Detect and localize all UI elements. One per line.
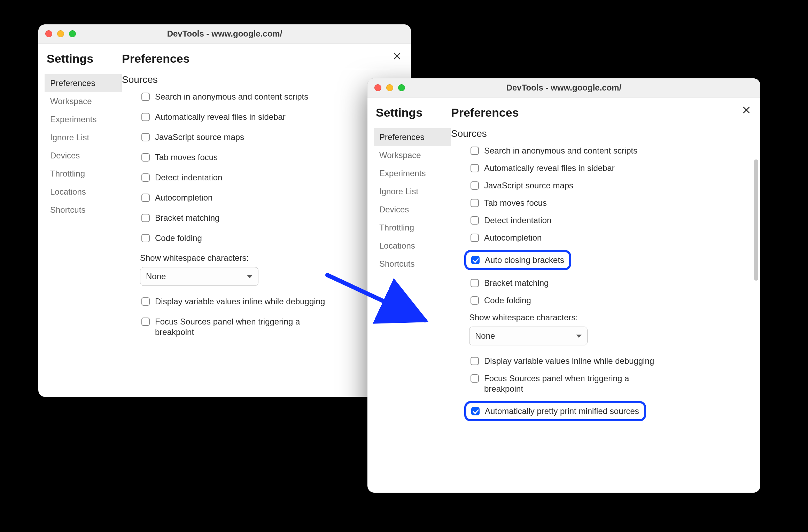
close-window-button[interactable] [45, 30, 52, 37]
sidebar-item-preferences[interactable]: Preferences [374, 128, 451, 146]
opt-js-source-maps-checkbox[interactable] [141, 133, 150, 141]
opt-label: Automatically reveal files in sidebar [484, 163, 615, 173]
opt-bracket-matching-checkbox[interactable] [141, 214, 150, 222]
devtools-window-after: DevTools - www.google.com/ Settings Pref… [367, 78, 760, 493]
opt-label: Display variable values inline while deb… [155, 296, 325, 307]
sidebar-item-throttling[interactable]: Throttling [374, 219, 451, 237]
divider [122, 69, 390, 69]
sidebar-item-workspace[interactable]: Workspace [45, 92, 122, 110]
devtools-window-before: DevTools - www.google.com/ Settings Pref… [38, 24, 411, 397]
opt-js-source-maps-checkbox[interactable] [471, 181, 479, 190]
opt-label: Display variable values inline while deb… [484, 356, 654, 366]
close-icon [393, 52, 401, 60]
opt-label: Detect indentation [484, 215, 551, 226]
sidebar-item-locations[interactable]: Locations [45, 183, 122, 201]
sidebar-item-shortcuts[interactable]: Shortcuts [45, 201, 122, 219]
chevron-down-icon [576, 335, 582, 338]
whitespace-select[interactable]: None [140, 267, 258, 286]
window-controls [374, 84, 405, 91]
opt-label: Code folding [484, 295, 531, 306]
opt-search-anonymous-checkbox[interactable] [141, 93, 150, 101]
opt-tab-focus-checkbox[interactable] [141, 153, 150, 162]
opt-label: Detect indentation [155, 172, 222, 183]
opt-bracket-matching-checkbox[interactable] [471, 279, 479, 287]
sidebar-item-preferences[interactable]: Preferences [45, 74, 122, 92]
opt-inline-values-checkbox[interactable] [141, 297, 150, 306]
whitespace-select[interactable]: None [469, 327, 588, 345]
highlight-auto-pretty-print: Automatically pretty print minified sour… [464, 401, 646, 421]
opt-auto-closing-brackets-checkbox[interactable] [471, 256, 480, 264]
opt-detect-indent-checkbox[interactable] [141, 173, 150, 182]
zoom-window-button[interactable] [69, 30, 76, 37]
zoom-window-button[interactable] [398, 84, 405, 91]
settings-sidebar: Preferences Workspace Experiments Ignore… [45, 74, 122, 219]
preferences-heading: Preferences [451, 106, 739, 119]
whitespace-label: Show whitespace characters: [469, 313, 760, 322]
opt-label: Search in anonymous and content scripts [155, 92, 308, 102]
opt-inline-values-checkbox[interactable] [471, 357, 479, 365]
minimize-window-button[interactable] [386, 84, 393, 91]
opt-label: JavaScript source maps [484, 180, 573, 191]
sidebar-item-shortcuts[interactable]: Shortcuts [374, 255, 451, 273]
opt-code-folding-checkbox[interactable] [471, 296, 479, 305]
sidebar-item-locations[interactable]: Locations [374, 237, 451, 255]
opt-focus-sources-checkbox[interactable] [141, 318, 150, 326]
preferences-heading: Preferences [122, 52, 390, 65]
window-controls [45, 30, 76, 37]
settings-heading: Settings [376, 106, 451, 119]
opt-label: Autocompletion [155, 193, 212, 203]
opt-label: Tab moves focus [484, 198, 547, 208]
whitespace-value: None [146, 272, 166, 281]
close-settings-button[interactable] [391, 50, 403, 62]
settings-heading: Settings [47, 52, 122, 65]
titlebar[interactable]: DevTools - www.google.com/ [367, 78, 760, 97]
opt-label: Auto closing brackets [485, 255, 564, 265]
sidebar-item-experiments[interactable]: Experiments [45, 110, 122, 128]
sidebar-item-ignore-list[interactable]: Ignore List [374, 182, 451, 201]
opt-auto-reveal-checkbox[interactable] [471, 164, 479, 172]
opt-label: Focus Sources panel when triggering a br… [155, 316, 336, 337]
scrollbar-thumb[interactable] [754, 159, 758, 281]
opt-tab-focus-checkbox[interactable] [471, 199, 479, 207]
sidebar-item-workspace[interactable]: Workspace [374, 146, 451, 164]
section-sources-heading: Sources [451, 128, 760, 139]
opt-label: Tab moves focus [155, 152, 218, 163]
opt-label: Focus Sources panel when triggering a br… [484, 373, 665, 394]
sidebar-item-ignore-list[interactable]: Ignore List [45, 128, 122, 147]
opt-label: Bracket matching [155, 213, 219, 223]
opt-autocompletion-checkbox[interactable] [141, 194, 150, 202]
divider [451, 123, 739, 123]
highlight-auto-closing-brackets: Auto closing brackets [464, 250, 571, 270]
opt-auto-pretty-print-checkbox[interactable] [471, 407, 480, 415]
minimize-window-button[interactable] [57, 30, 64, 37]
whitespace-value: None [475, 331, 495, 341]
close-icon [742, 106, 751, 114]
opt-code-folding-checkbox[interactable] [141, 234, 150, 242]
opt-label: Bracket matching [484, 278, 549, 288]
opt-label: Automatically pretty print minified sour… [485, 406, 639, 416]
settings-sidebar: Preferences Workspace Experiments Ignore… [374, 128, 451, 273]
close-window-button[interactable] [374, 84, 381, 91]
titlebar[interactable]: DevTools - www.google.com/ [38, 24, 411, 44]
opt-label: JavaScript source maps [155, 132, 244, 142]
sidebar-item-devices[interactable]: Devices [45, 147, 122, 165]
chevron-down-icon [247, 275, 252, 278]
opt-autocompletion-checkbox[interactable] [471, 234, 479, 242]
opt-focus-sources-checkbox[interactable] [471, 374, 479, 383]
window-title: DevTools - www.google.com/ [38, 29, 411, 39]
window-title: DevTools - www.google.com/ [367, 83, 760, 93]
opt-search-anonymous-checkbox[interactable] [471, 147, 479, 155]
opt-label: Automatically reveal files in sidebar [155, 112, 286, 122]
scrollbar[interactable] [754, 159, 758, 479]
close-settings-button[interactable] [740, 104, 753, 116]
opt-label: Search in anonymous and content scripts [484, 146, 637, 156]
opt-detect-indent-checkbox[interactable] [471, 216, 479, 225]
sidebar-item-throttling[interactable]: Throttling [45, 165, 122, 183]
sidebar-item-experiments[interactable]: Experiments [374, 164, 451, 182]
opt-label: Autocompletion [484, 233, 542, 243]
sidebar-item-devices[interactable]: Devices [374, 201, 451, 219]
opt-auto-reveal-checkbox[interactable] [141, 113, 150, 121]
opt-label: Code folding [155, 233, 202, 243]
